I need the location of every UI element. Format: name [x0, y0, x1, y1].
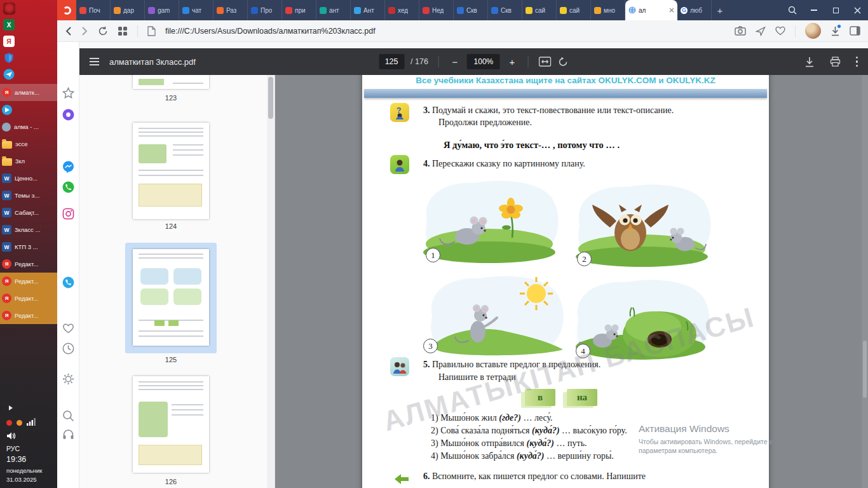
zoom-out-button[interactable]: −	[449, 57, 461, 67]
whatsapp-icon[interactable]	[62, 180, 75, 194]
tab-search-button[interactable]	[782, 0, 803, 20]
tab[interactable]: Скв	[454, 0, 488, 20]
tray-app-icon[interactable]	[17, 420, 22, 426]
tab[interactable]: Про	[248, 0, 282, 20]
taskbar-app[interactable]: W3класс ...	[0, 221, 57, 238]
tray-expand-arrow[interactable]	[9, 405, 13, 410]
thumbnail-126[interactable]	[133, 376, 209, 473]
tab[interactable]: сай	[522, 0, 557, 20]
tab[interactable]: хед	[385, 0, 419, 20]
exercise-3-answer: Я ду́маю, что э́то текст-… , потому что …	[444, 140, 620, 151]
navigation-toolbar: file:///C:/Users/Asus/Downloads/алматкит…	[57, 20, 868, 42]
bookmark-heart-icon[interactable]	[775, 26, 785, 36]
alice-icon[interactable]	[62, 108, 75, 121]
phone-icon[interactable]	[62, 276, 75, 289]
close-button[interactable]	[846, 0, 868, 20]
forward-button[interactable]	[81, 26, 88, 36]
messenger-icon[interactable]	[62, 160, 75, 173]
taskbar-app[interactable]: WКТП 3 ...	[0, 238, 57, 255]
telegram-pinned-button[interactable]	[1, 66, 17, 83]
tableau-button[interactable]	[118, 26, 128, 36]
taskbar-app[interactable]: 3кл	[0, 152, 57, 170]
headset-icon[interactable]	[62, 428, 75, 442]
clock-date[interactable]: 31.03.2025	[6, 475, 57, 484]
favorites-heart-icon[interactable]	[62, 322, 75, 335]
tab[interactable]: ант	[316, 0, 351, 20]
zoom-level[interactable]: 100%	[467, 54, 500, 69]
back-button[interactable]	[65, 26, 72, 36]
tab[interactable]: Gлюб	[677, 0, 712, 20]
defender-pinned-button[interactable]	[1, 50, 17, 66]
tab[interactable]: сай	[557, 0, 591, 20]
fit-page-button[interactable]	[539, 57, 552, 67]
excel-pinned-button[interactable]: X	[1, 17, 17, 33]
taskbar-app[interactable]: ЯРедакт...	[0, 290, 57, 307]
history-clock-icon[interactable]	[62, 342, 75, 355]
tab[interactable]: gam	[145, 0, 179, 20]
taskbar-app[interactable]: ЯРедакт...	[0, 255, 57, 273]
picture-number-3: 3	[423, 339, 438, 353]
tab-close-icon[interactable]	[669, 8, 674, 13]
address-bar[interactable]: file:///C:/Users/Asus/Downloads/алматкит…	[165, 27, 376, 36]
thumbnail-123[interactable]	[133, 75, 209, 89]
maximize-button[interactable]	[825, 0, 846, 20]
instagram-icon[interactable]	[62, 207, 75, 220]
clock-time[interactable]: 19:36	[6, 455, 57, 464]
thumbnail-124[interactable]	[133, 123, 209, 219]
settings-gear-icon[interactable]	[62, 372, 75, 386]
tab[interactable]: дар	[111, 0, 145, 20]
taskbar-app[interactable]: эссе	[0, 135, 57, 152]
pdf-download-button[interactable]	[804, 57, 815, 67]
profile-avatar[interactable]	[805, 23, 821, 39]
pdf-menu-icon[interactable]	[90, 58, 99, 65]
browser-logo[interactable]	[57, 0, 76, 20]
tab[interactable]: Поч	[76, 0, 111, 20]
tab-favicon	[251, 7, 258, 14]
volume-icon[interactable]	[6, 431, 16, 440]
panel-toggle-icon[interactable]	[850, 26, 860, 36]
tab[interactable]: Раз	[214, 0, 248, 20]
tab[interactable]: Ант	[351, 0, 385, 20]
taskbar-app[interactable]: WТемы э...	[0, 187, 57, 204]
scrollbar-thumb[interactable]	[863, 341, 867, 398]
tab-active[interactable]: ал	[625, 0, 677, 20]
refresh-button[interactable]	[98, 26, 108, 36]
share-icon[interactable]	[756, 26, 766, 36]
taskbar-app[interactable]: алма - ...	[0, 118, 57, 135]
main-scrollbar[interactable]	[862, 75, 868, 488]
pinned-app-button[interactable]	[1, 0, 17, 17]
sidebar-search-icon[interactable]	[62, 409, 75, 423]
pdf-print-button[interactable]	[830, 57, 841, 67]
tab[interactable]: мно	[591, 0, 625, 20]
taskbar-app[interactable]	[0, 101, 57, 118]
bookmarks-star-icon[interactable]	[62, 86, 75, 100]
downloads-button[interactable]	[831, 26, 840, 36]
taskbar-app[interactable]: WСабақт...	[0, 204, 57, 221]
screenshot-camera-icon[interactable]	[735, 26, 746, 36]
new-tab-button[interactable]: +	[712, 0, 728, 20]
tab[interactable]: Скв	[488, 0, 522, 20]
tab[interactable]: при	[282, 0, 316, 20]
pdf-more-menu[interactable]	[856, 57, 858, 67]
app-red-icon	[3, 3, 15, 15]
thumbnails-scrollbar[interactable]	[267, 75, 275, 488]
tab[interactable]: Нед	[419, 0, 454, 20]
tray-browser-icon[interactable]	[6, 420, 12, 426]
page-number-input[interactable]: 125	[379, 54, 404, 69]
scrollbar-thumb[interactable]	[268, 77, 273, 119]
yandex-pinned-button[interactable]: Я	[1, 33, 17, 50]
taskbar-app[interactable]: WЦенно...	[0, 170, 57, 187]
thumbnail-125[interactable]	[133, 249, 209, 346]
rotate-button[interactable]	[558, 57, 569, 67]
tab[interactable]: чат	[179, 0, 214, 20]
clock-weekday: понедельник	[6, 466, 57, 475]
network-icon[interactable]	[27, 417, 36, 426]
zoom-in-button[interactable]: +	[506, 57, 518, 67]
story-picture-1	[418, 177, 563, 264]
language-indicator[interactable]: РУС	[6, 445, 57, 452]
minimize-button[interactable]	[803, 0, 825, 20]
taskbar-app[interactable]: ЯРедакт...	[0, 273, 57, 290]
toolbar-divider	[528, 56, 529, 67]
taskbar-app[interactable]: Яалматк...	[0, 84, 57, 101]
taskbar-app[interactable]: ЯРедакт...	[0, 307, 57, 324]
